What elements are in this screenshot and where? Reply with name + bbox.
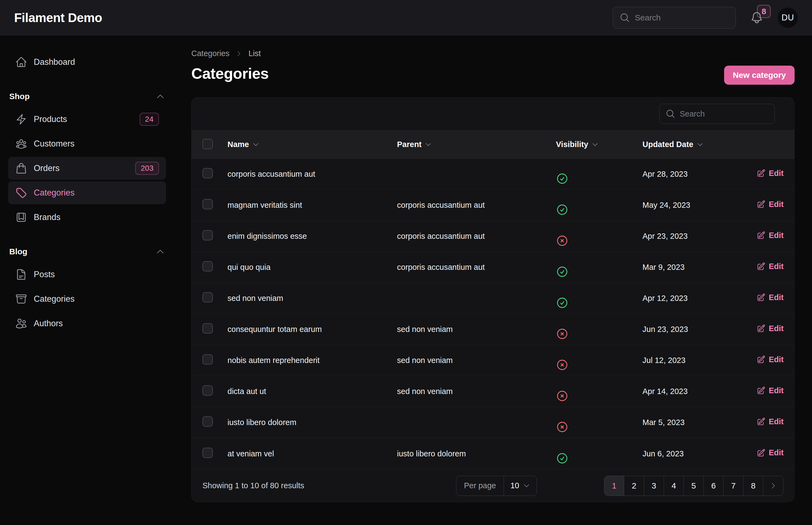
cell-name: enim dignissimos esse xyxy=(228,232,397,241)
table-search-input[interactable] xyxy=(680,109,768,118)
cell-updated-date: Mar 9, 2023 xyxy=(642,263,757,272)
edit-button[interactable]: Edit xyxy=(757,386,784,395)
cell-name: dicta aut ut xyxy=(228,387,397,396)
page-button-6[interactable]: 6 xyxy=(704,476,723,496)
edit-button[interactable]: Edit xyxy=(757,355,784,364)
edit-button[interactable]: Edit xyxy=(757,448,784,457)
sidebar-item-brands[interactable]: Brands xyxy=(8,206,166,229)
page-button-2[interactable]: 2 xyxy=(624,476,644,496)
edit-button[interactable]: Edit xyxy=(757,262,784,271)
row-checkbox[interactable] xyxy=(202,323,213,333)
chevron-down-icon xyxy=(697,141,704,148)
table-row[interactable]: corporis accusantium aut Apr 28, 2023 Ed… xyxy=(191,159,794,190)
page-button-4[interactable]: 4 xyxy=(664,476,684,496)
column-label: Updated Date xyxy=(642,140,693,149)
sidebar-item-blog-categories[interactable]: Categories xyxy=(8,287,166,311)
breadcrumb-categories[interactable]: Categories xyxy=(191,49,229,58)
avatar[interactable]: DU xyxy=(778,7,798,28)
x-circle-icon xyxy=(556,421,642,433)
global-search[interactable] xyxy=(613,7,736,29)
row-checkbox[interactable] xyxy=(202,261,213,271)
check-circle-icon xyxy=(556,452,642,465)
table-row[interactable]: magnam veritatis sint corporis accusanti… xyxy=(191,190,794,221)
pencil-square-icon xyxy=(757,324,765,333)
notifications-button[interactable]: 8 xyxy=(750,11,764,25)
chevron-right-icon xyxy=(769,482,777,490)
table-row[interactable]: at veniam vel iusto libero dolorem Jun 6… xyxy=(191,438,794,469)
per-page-label: Per page xyxy=(456,476,504,496)
cell-updated-date: Jun 6, 2023 xyxy=(642,449,757,458)
sidebar-item-label: Dashboard xyxy=(34,57,75,67)
page-button-3[interactable]: 3 xyxy=(644,476,664,496)
sidebar-item-customers[interactable]: Customers xyxy=(8,132,166,155)
sidebar: Dashboard Shop Products 24 Customers xyxy=(0,35,174,525)
row-checkbox[interactable] xyxy=(202,385,213,396)
chevron-down-icon xyxy=(523,482,530,489)
column-header-updated-date[interactable]: Updated Date xyxy=(642,140,757,149)
table-footer: Showing 1 to 10 of 80 results Per page 1… xyxy=(191,469,794,502)
per-page-select[interactable]: Per page 10 xyxy=(456,476,537,496)
cell-name: qui quo quia xyxy=(228,263,397,272)
edit-button[interactable]: Edit xyxy=(757,293,784,302)
row-checkbox[interactable] xyxy=(202,416,213,427)
page-button-1[interactable]: 1 xyxy=(604,476,624,496)
row-checkbox[interactable] xyxy=(202,230,213,240)
table-row[interactable]: dicta aut ut sed non veniam Apr 14, 2023… xyxy=(191,376,794,407)
table-row[interactable]: consequuntur totam earum sed non veniam … xyxy=(191,314,794,345)
column-header-visibility[interactable]: Visibility xyxy=(556,140,642,149)
select-all-checkbox[interactable] xyxy=(202,139,213,149)
row-checkbox[interactable] xyxy=(202,199,213,209)
table-row[interactable]: nobis autem reprehenderit sed non veniam… xyxy=(191,345,794,376)
pencil-square-icon xyxy=(757,449,765,457)
archive-box-icon xyxy=(15,293,27,305)
cell-parent: sed non veniam xyxy=(397,387,556,396)
chevron-up-icon[interactable] xyxy=(156,247,165,256)
edit-button[interactable]: Edit xyxy=(757,169,784,178)
column-header-parent[interactable]: Parent xyxy=(397,140,556,149)
next-page-button[interactable] xyxy=(763,476,783,496)
page-button-8[interactable]: 8 xyxy=(744,476,763,496)
new-category-button[interactable]: New category xyxy=(724,65,795,85)
cell-parent: corporis accusantium aut xyxy=(397,263,556,272)
sidebar-item-orders[interactable]: Orders 203 xyxy=(8,157,166,180)
row-checkbox[interactable] xyxy=(202,168,213,178)
column-header-name[interactable]: Name xyxy=(228,140,397,149)
row-checkbox[interactable] xyxy=(202,354,213,365)
cell-visibility xyxy=(556,287,642,309)
sidebar-item-posts[interactable]: Posts xyxy=(8,263,166,286)
table-row[interactable]: iusto libero dolorem Mar 5, 2023 Edit xyxy=(191,407,794,438)
chevron-up-icon[interactable] xyxy=(156,92,165,101)
table-row[interactable]: enim dignissimos esse corporis accusanti… xyxy=(191,221,794,252)
table-row[interactable]: qui quo quia corporis accusantium aut Ma… xyxy=(191,252,794,283)
check-circle-icon xyxy=(556,172,642,185)
sidebar-item-authors[interactable]: Authors xyxy=(8,312,166,335)
edit-button[interactable]: Edit xyxy=(757,200,784,209)
table-row[interactable]: sed non veniam Apr 12, 2023 Edit xyxy=(191,283,794,314)
chevron-down-icon xyxy=(592,141,599,148)
pencil-square-icon xyxy=(757,293,765,302)
edit-button[interactable]: Edit xyxy=(757,324,784,333)
table-search[interactable] xyxy=(659,104,775,124)
edit-button[interactable]: Edit xyxy=(757,417,784,426)
global-search-input[interactable] xyxy=(635,13,729,22)
count-badge: 24 xyxy=(140,113,159,126)
page-button-5[interactable]: 5 xyxy=(684,476,704,496)
sidebar-item-products[interactable]: Products 24 xyxy=(8,108,166,131)
sidebar-item-label: Products xyxy=(34,114,67,124)
column-label: Parent xyxy=(397,140,422,149)
edit-button[interactable]: Edit xyxy=(757,231,784,240)
sidebar-item-label: Categories xyxy=(34,188,75,198)
shopping-bag-icon xyxy=(15,162,27,174)
sidebar-item-dashboard[interactable]: Dashboard xyxy=(8,51,166,74)
cell-visibility xyxy=(556,225,642,247)
cell-name: consequuntur totam earum xyxy=(228,325,397,334)
row-checkbox[interactable] xyxy=(202,448,213,458)
sidebar-item-categories[interactable]: Categories xyxy=(8,181,166,204)
sidebar-item-label: Customers xyxy=(34,139,75,149)
page-button-7[interactable]: 7 xyxy=(723,476,744,496)
cell-visibility xyxy=(556,319,642,340)
check-circle-icon xyxy=(556,266,642,278)
cell-visibility xyxy=(556,194,642,216)
home-icon xyxy=(15,56,27,68)
row-checkbox[interactable] xyxy=(202,292,213,302)
